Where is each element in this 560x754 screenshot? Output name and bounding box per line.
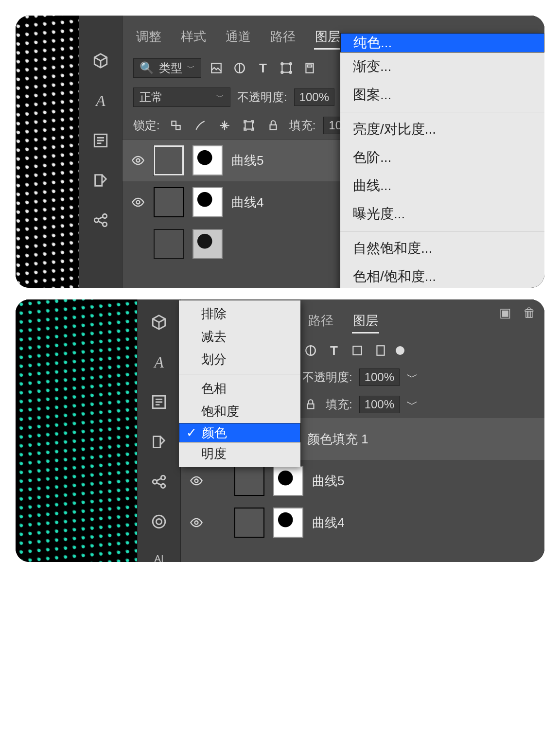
share-icon[interactable]	[92, 212, 109, 228]
layer-thumbnail[interactable]	[154, 145, 184, 175]
opacity-field[interactable]: 100%	[359, 368, 400, 386]
menu-item-subtract[interactable]: 减去	[179, 325, 300, 348]
svg-point-1	[94, 218, 99, 223]
filter-pixel-icon[interactable]	[208, 60, 225, 76]
blend-mode-select[interactable]: 正常 ﹀	[133, 88, 230, 107]
filter-adjustment-icon[interactable]	[302, 342, 319, 359]
cc-libraries-icon[interactable]	[151, 513, 167, 530]
filter-smart-icon[interactable]	[372, 342, 389, 359]
layer-name[interactable]: 曲线4	[312, 514, 344, 531]
paragraph-styles-icon[interactable]	[92, 132, 109, 149]
trash-icon[interactable]: 🗑	[523, 305, 536, 320]
svg-rect-12	[308, 65, 312, 67]
cube-3d-icon[interactable]	[151, 314, 167, 331]
layer-mask-thumbnail[interactable]	[273, 508, 303, 538]
filter-type-select[interactable]: 🔍 类型 ﹀	[133, 58, 201, 78]
panel-corner-icons: ▣ 🗑	[499, 305, 536, 320]
tab-adjustments[interactable]: 调整	[135, 25, 162, 50]
layer-row[interactable]: 曲线4	[181, 502, 544, 544]
layer-mask-thumbnail[interactable]	[192, 187, 223, 217]
layer-mask-thumbnail[interactable]	[192, 229, 223, 259]
filter-smart-icon[interactable]	[301, 60, 318, 76]
filter-shape-icon[interactable]	[349, 342, 366, 359]
menu-item-hue[interactable]: 色相	[179, 377, 300, 400]
svg-point-30	[195, 479, 198, 483]
menu-item-divide[interactable]: 划分	[179, 348, 300, 371]
layer-thumbnail[interactable]	[154, 229, 184, 259]
opacity-field[interactable]: 100%	[294, 88, 334, 106]
svg-rect-6	[282, 64, 290, 72]
paragraph-styles-icon[interactable]	[151, 394, 167, 410]
menu-item-hue-sat[interactable]: 色相/饱和度...	[340, 263, 544, 288]
visibility-toggle-icon[interactable]	[131, 237, 145, 251]
menu-item-levels[interactable]: 色阶...	[340, 143, 544, 172]
lock-all-icon[interactable]	[265, 117, 281, 134]
menu-item-color[interactable]: 颜色	[179, 423, 300, 442]
layer-name[interactable]: 曲线5	[312, 473, 344, 490]
fill-label: 填充:	[326, 397, 352, 412]
lock-position-icon[interactable]	[216, 117, 233, 134]
layer-thumbnail[interactable]	[234, 466, 264, 496]
fill-field[interactable]: 100%	[359, 396, 400, 413]
opacity-label: 不透明度:	[237, 89, 287, 105]
chevron-down-icon[interactable]: ﹀	[406, 397, 418, 412]
tab-styles[interactable]: 样式	[180, 25, 207, 50]
swatches-icon[interactable]	[151, 434, 167, 450]
visibility-toggle-icon[interactable]	[131, 154, 145, 167]
lock-all-icon[interactable]	[302, 396, 319, 413]
screenshot-1: A 调整 样式 通道 路径 图层 🔍 类型 ﹀ T	[16, 16, 544, 288]
menu-item-exposure[interactable]: 曝光度...	[340, 200, 544, 228]
layer-mask-thumbnail[interactable]	[192, 145, 223, 175]
svg-point-18	[137, 201, 140, 204]
layer-name[interactable]: 曲线5	[231, 152, 263, 169]
menu-separator	[340, 231, 544, 231]
visibility-toggle-icon[interactable]	[131, 195, 145, 209]
filter-type-text-icon[interactable]: T	[255, 60, 271, 76]
tab-paths[interactable]: 路径	[269, 25, 297, 50]
menu-item-exclusion[interactable]: 排除	[179, 302, 300, 325]
svg-rect-13	[172, 121, 176, 125]
visibility-toggle-icon[interactable]	[190, 474, 203, 488]
lock-transparency-icon[interactable]	[168, 117, 184, 134]
svg-rect-26	[353, 346, 361, 354]
cube-3d-icon[interactable]	[92, 53, 109, 69]
tab-channels[interactable]: 通道	[225, 25, 252, 50]
menu-item-vibrance[interactable]: 自然饱和度...	[340, 234, 544, 263]
share-icon[interactable]	[151, 473, 167, 490]
filter-toggle-icon[interactable]	[396, 346, 404, 355]
filter-adjustment-icon[interactable]	[231, 60, 248, 76]
type-tool-icon[interactable]: A	[92, 92, 109, 109]
layer-name[interactable]: 曲线4	[231, 194, 263, 211]
chevron-down-icon[interactable]: ﹀	[406, 369, 418, 385]
collapse-panel-icon[interactable]: ▣	[499, 305, 511, 320]
swatches-icon[interactable]	[92, 172, 109, 189]
filter-shape-icon[interactable]	[278, 60, 295, 76]
menu-item-brightness-contrast[interactable]: 亮度/对比度...	[340, 115, 544, 143]
tab-layers[interactable]: 图层	[314, 25, 341, 50]
menu-item-pattern[interactable]: 图案...	[340, 81, 544, 109]
layer-thumbnail[interactable]	[234, 508, 264, 538]
menu-item-gradient[interactable]: 渐变...	[340, 53, 544, 81]
visibility-toggle-icon[interactable]	[190, 516, 203, 529]
menu-item-solid-color[interactable]: 纯色...	[340, 33, 544, 53]
lock-artboard-icon[interactable]	[241, 117, 257, 134]
svg-rect-14	[176, 125, 180, 130]
type-tool-icon[interactable]: A	[151, 354, 167, 370]
tab-layers[interactable]: 图层	[352, 309, 379, 333]
filter-type-text-icon[interactable]: T	[326, 342, 342, 359]
menu-item-saturation[interactable]: 饱和度	[179, 400, 300, 423]
menu-item-luminosity[interactable]: 明度	[179, 442, 300, 465]
chevron-down-icon: ﹀	[216, 92, 224, 103]
chevron-down-icon: ﹀	[187, 63, 195, 73]
layer-thumbnail[interactable]	[154, 187, 184, 217]
ai-icon[interactable]: AI	[151, 553, 167, 562]
svg-rect-15	[245, 122, 252, 129]
layer-name[interactable]: 颜色填充 1	[307, 431, 368, 448]
svg-point-24	[156, 519, 161, 524]
layers-panel: ▣ 🗑 路径 图层 T 不透明度: 100% ﹀ 填充: 100% ﹀	[181, 299, 544, 562]
svg-rect-27	[377, 346, 384, 355]
lock-pixels-icon[interactable]	[192, 117, 209, 134]
menu-item-curves[interactable]: 曲线...	[340, 172, 544, 200]
tab-paths[interactable]: 路径	[307, 309, 334, 333]
layer-mask-thumbnail[interactable]	[273, 466, 303, 496]
